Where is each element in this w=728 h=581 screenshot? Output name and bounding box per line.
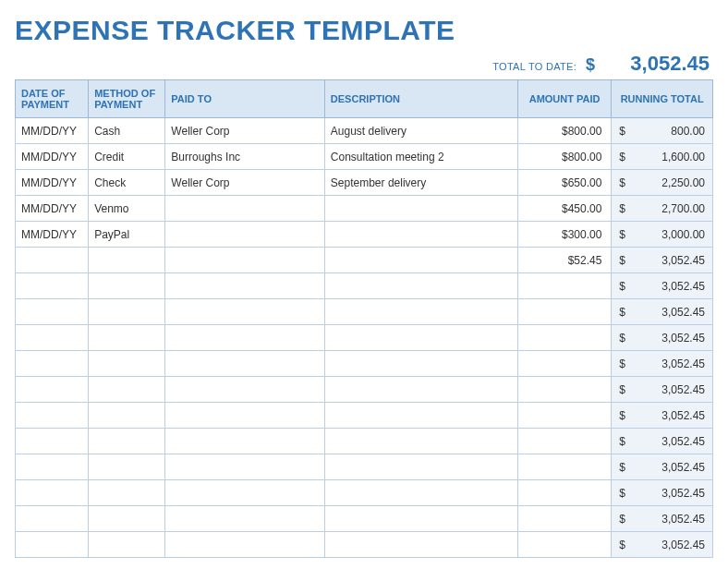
cell-paidto[interactable]	[165, 506, 325, 532]
cell-desc[interactable]: August delivery	[324, 118, 517, 144]
table-row: $3,052.45	[16, 299, 713, 325]
cell-method[interactable]	[89, 532, 165, 558]
cell-desc[interactable]	[324, 403, 517, 429]
cell-amount[interactable]: $52.45	[517, 248, 611, 273]
cell-date[interactable]	[16, 325, 89, 351]
col-date: DATE OF PAYMENT	[16, 80, 89, 118]
cell-amount[interactable]	[517, 273, 611, 299]
currency-icon: $	[619, 254, 625, 267]
cell-paidto[interactable]	[165, 480, 325, 506]
cell-method[interactable]: Check	[89, 170, 165, 196]
cell-desc[interactable]	[324, 299, 517, 325]
table-row: $3,052.45	[16, 532, 713, 558]
cell-date[interactable]	[16, 299, 89, 325]
cell-desc[interactable]: September delivery	[324, 170, 517, 196]
cell-desc[interactable]	[324, 351, 517, 377]
cell-paidto[interactable]	[165, 299, 325, 325]
cell-date[interactable]: MM/DD/YY	[16, 144, 89, 170]
cell-date[interactable]: MM/DD/YY	[16, 118, 89, 144]
cell-date[interactable]: MM/DD/YY	[16, 222, 89, 248]
cell-date[interactable]	[16, 506, 89, 532]
table-row: $3,052.45	[16, 403, 713, 429]
cell-method[interactable]	[89, 506, 165, 532]
cell-paidto[interactable]	[165, 403, 325, 429]
cell-paidto[interactable]	[165, 222, 325, 248]
cell-date[interactable]	[16, 273, 89, 299]
cell-desc[interactable]	[324, 196, 517, 222]
running-value: 3,052.45	[661, 513, 705, 526]
cell-desc[interactable]	[324, 325, 517, 351]
cell-date[interactable]	[16, 532, 89, 558]
cell-method[interactable]: Venmo	[89, 196, 165, 222]
total-to-date: TOTAL TO DATE: $ 3,052.45	[15, 52, 713, 76]
cell-desc[interactable]	[324, 454, 517, 480]
cell-date[interactable]	[16, 480, 89, 506]
cell-amount[interactable]: $450.00	[517, 196, 611, 222]
cell-date[interactable]: MM/DD/YY	[16, 196, 89, 222]
cell-method[interactable]: Credit	[89, 144, 165, 170]
cell-amount[interactable]	[517, 429, 611, 454]
cell-running: $3,052.45	[612, 480, 713, 506]
cell-amount[interactable]	[517, 454, 611, 480]
cell-paidto[interactable]	[165, 248, 325, 273]
total-value: 3,052.45	[608, 52, 710, 76]
cell-date[interactable]	[16, 429, 89, 454]
currency-icon: $	[619, 151, 625, 163]
running-value: 3,052.45	[661, 487, 705, 500]
cell-amount[interactable]	[517, 403, 611, 429]
cell-paidto[interactable]	[165, 325, 325, 351]
cell-paidto[interactable]: Weller Corp	[165, 118, 325, 144]
cell-date[interactable]	[16, 377, 89, 403]
table-row: $3,052.45	[16, 506, 713, 532]
cell-date[interactable]	[16, 403, 89, 429]
cell-method[interactable]: PayPal	[89, 222, 165, 248]
cell-desc[interactable]	[324, 480, 517, 506]
cell-amount[interactable]	[517, 480, 611, 506]
cell-desc[interactable]	[324, 532, 517, 558]
cell-method[interactable]	[89, 480, 165, 506]
cell-method[interactable]	[89, 351, 165, 377]
cell-method[interactable]	[89, 248, 165, 273]
cell-desc[interactable]	[324, 429, 517, 454]
cell-desc[interactable]	[324, 248, 517, 273]
cell-date[interactable]	[16, 351, 89, 377]
cell-amount[interactable]	[517, 506, 611, 532]
cell-amount[interactable]	[517, 377, 611, 403]
cell-method[interactable]	[89, 403, 165, 429]
cell-amount[interactable]	[517, 325, 611, 351]
cell-amount[interactable]: $800.00	[517, 144, 611, 170]
cell-date[interactable]: MM/DD/YY	[16, 170, 89, 196]
currency-icon: $	[619, 487, 625, 500]
running-value: 3,052.45	[661, 383, 705, 396]
cell-paidto[interactable]	[165, 532, 325, 558]
cell-paidto[interactable]	[165, 454, 325, 480]
cell-desc[interactable]	[324, 506, 517, 532]
cell-paidto[interactable]: Burroughs Inc	[165, 144, 325, 170]
cell-method[interactable]: Cash	[89, 118, 165, 144]
cell-desc[interactable]: Consultation meeting 2	[324, 144, 517, 170]
cell-date[interactable]	[16, 248, 89, 273]
cell-method[interactable]	[89, 454, 165, 480]
cell-date[interactable]	[16, 454, 89, 480]
cell-paidto[interactable]	[165, 273, 325, 299]
cell-paidto[interactable]	[165, 351, 325, 377]
cell-method[interactable]	[89, 377, 165, 403]
cell-method[interactable]	[89, 325, 165, 351]
cell-desc[interactable]	[324, 273, 517, 299]
cell-desc[interactable]	[324, 222, 517, 248]
cell-amount[interactable]: $800.00	[517, 118, 611, 144]
cell-method[interactable]	[89, 299, 165, 325]
cell-amount[interactable]: $300.00	[517, 222, 611, 248]
cell-desc[interactable]	[324, 377, 517, 403]
cell-paidto[interactable]: Weller Corp	[165, 170, 325, 196]
cell-paidto[interactable]	[165, 429, 325, 454]
cell-method[interactable]	[89, 429, 165, 454]
table-header-row: DATE OF PAYMENT METHOD OF PAYMENT PAID T…	[16, 80, 713, 118]
cell-amount[interactable]	[517, 351, 611, 377]
cell-method[interactable]	[89, 273, 165, 299]
cell-amount[interactable]	[517, 532, 611, 558]
cell-paidto[interactable]	[165, 377, 325, 403]
cell-amount[interactable]: $650.00	[517, 170, 611, 196]
cell-amount[interactable]	[517, 299, 611, 325]
cell-paidto[interactable]	[165, 196, 325, 222]
